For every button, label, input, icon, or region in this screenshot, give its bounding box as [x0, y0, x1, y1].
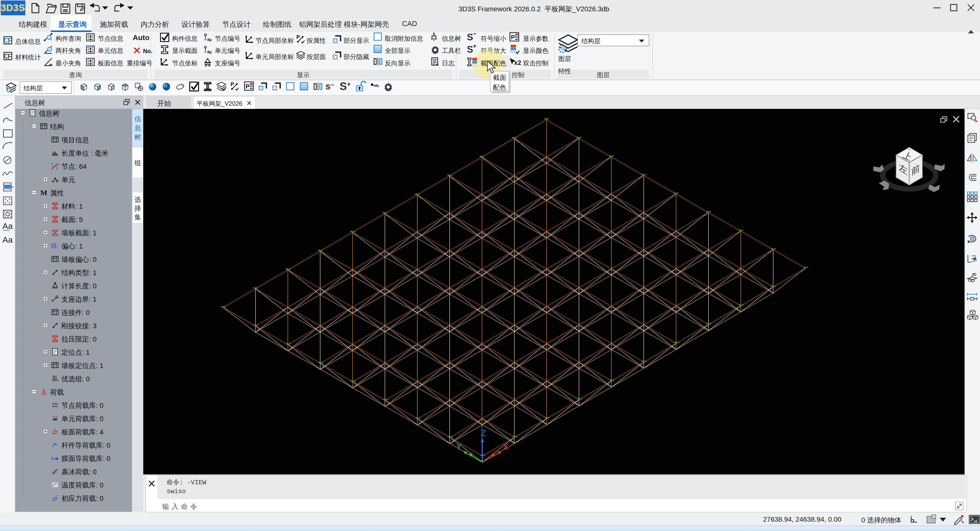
svg-text:No.: No. — [207, 38, 212, 42]
svg-text:x2: x2 — [514, 59, 521, 66]
svg-text:−: − — [473, 32, 476, 37]
svg-text:2: 2 — [56, 166, 58, 170]
svg-text:m: m — [49, 62, 52, 67]
svg-text:Y: Y — [457, 442, 462, 453]
svg-text:M: M — [40, 188, 47, 196]
svg-text:Aa: Aa — [2, 235, 13, 244]
svg-text:P: P — [231, 81, 234, 87]
svg-text:S: S — [467, 32, 473, 42]
svg-text:+: + — [473, 44, 476, 49]
svg-text:1: 1 — [52, 162, 53, 166]
svg-text:X: X — [503, 442, 508, 453]
svg-text:S: S — [467, 44, 473, 54]
svg-text:No.: No. — [143, 48, 153, 54]
svg-text:P: P — [296, 34, 300, 40]
svg-text:P: P — [511, 34, 515, 41]
svg-text:Aa: Aa — [2, 222, 13, 231]
svg-text:No.: No. — [207, 50, 212, 54]
svg-text:P: P — [245, 83, 250, 90]
svg-text:Z: Z — [481, 429, 486, 439]
